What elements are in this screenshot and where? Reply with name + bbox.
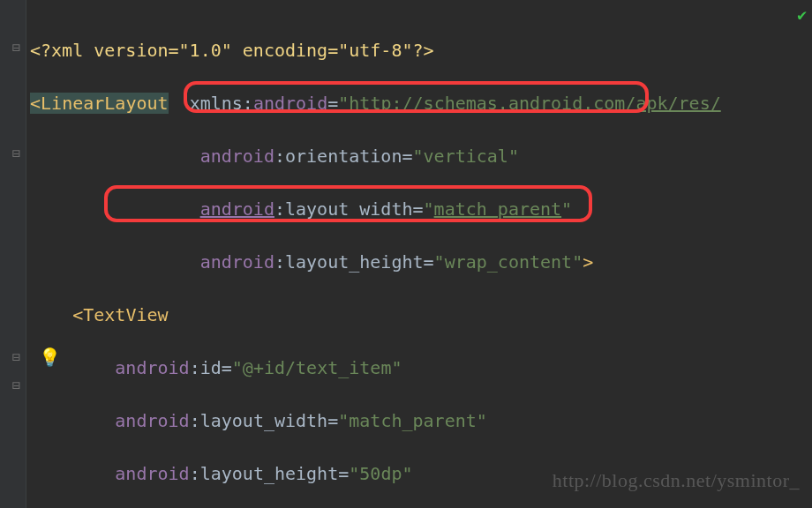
code-line[interactable]: android:id="@+id/text_item" (30, 355, 812, 381)
fold-toggle-icon[interactable]: ⊟ (11, 380, 21, 391)
watermark: http://blog.csdn.net/ysmintor_ (553, 469, 800, 492)
xml-declaration: <?xml version="1.0" encoding="utf-8"?> (30, 40, 434, 61)
code-line[interactable]: <LinearLayout xmlns:android="http://sche… (30, 90, 812, 116)
code-line[interactable]: android:layout_width="match_parent" (30, 196, 812, 222)
code-line[interactable]: android:orientation="vertical" (30, 143, 812, 169)
fold-toggle-icon[interactable]: ⊟ (11, 352, 21, 362)
fold-toggle-icon[interactable]: ⊟ (11, 42, 21, 53)
gutter (0, 0, 26, 508)
code-line[interactable]: <TextView (30, 302, 812, 328)
fold-toggle-icon[interactable]: ⊟ (11, 148, 21, 159)
code-editor[interactable]: <?xml version="1.0" encoding="utf-8"?> <… (26, 0, 812, 508)
code-line[interactable]: android:layout_height="wrap_content"> (30, 249, 812, 275)
code-line[interactable]: android:layout_width="match_parent" (30, 407, 812, 434)
code-line[interactable]: <?xml version="1.0" encoding="utf-8"?> (30, 37, 812, 64)
